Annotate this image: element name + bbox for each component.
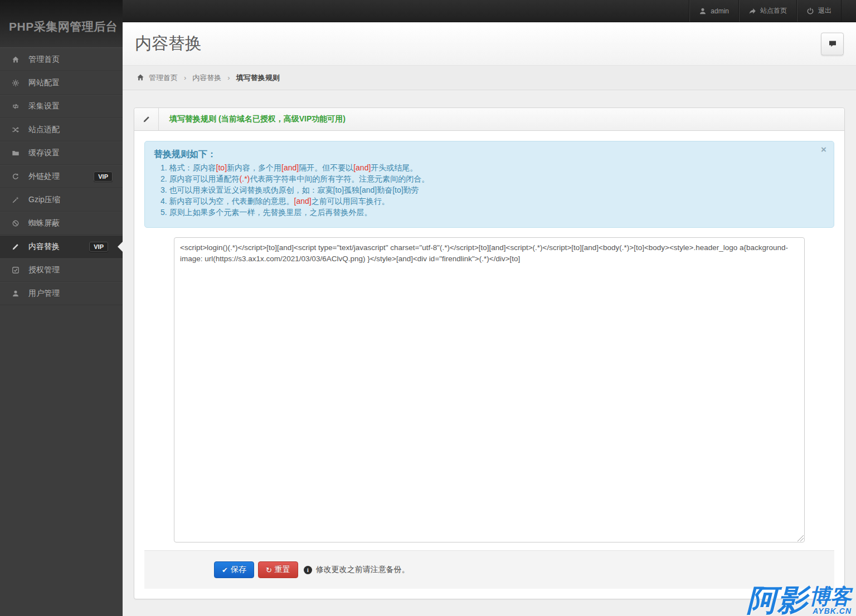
rule-form: <script>login()(.*)</script>[to][and]<sc… (144, 237, 834, 542)
breadcrumb-separator: › (184, 74, 186, 82)
replace-rules-panel: 填写替换规则 (当前域名已授权，高级VIP功能可用) 替换规则如下： 1. 格式… (134, 107, 845, 599)
sidebar-item-label: 内容替换 (28, 242, 60, 252)
save-button-label: 保存 (231, 565, 246, 575)
vip-badge: VIP (94, 172, 113, 182)
share-icon (748, 7, 756, 15)
alert-title: 替换规则如下： (154, 149, 815, 160)
panel-body: 替换规则如下： 1. 格式：原内容[to]新内容，多个用[and]隔开。但不要以… (134, 131, 844, 599)
breadcrumb: 管理首页›内容替换›填写替换规则 (123, 65, 856, 90)
breadcrumb-separator: › (227, 74, 230, 82)
power-icon (806, 7, 814, 15)
gear-icon (12, 79, 22, 87)
refresh-icon (12, 173, 22, 180)
textarea-wrap: <script>login()(.*)</script>[to][and]<sc… (174, 237, 805, 542)
topbar-logout[interactable]: 退出 (796, 0, 842, 22)
comment-button[interactable] (821, 32, 844, 55)
site-watermark: 阿影 博客 AYBK.CN (747, 584, 852, 616)
active-arrow-icon (113, 242, 123, 252)
sidebar-item-label: 外链处理 (28, 172, 60, 182)
panel-icon-cell (134, 108, 159, 130)
watermark-text: 阿影 (747, 584, 808, 616)
check-square-icon (12, 266, 22, 274)
main-area: 内容替换 管理首页›内容替换›填写替换规则 填写替换规则 (当前域名已授权，高级… (123, 22, 856, 616)
sidebar-item-admin-home[interactable]: 管理首页 (0, 48, 123, 71)
vip-badge: VIP (89, 242, 108, 252)
topbar-site-home[interactable]: 站点首页 (738, 0, 796, 22)
sidebar-item-label: 蜘蛛屏蔽 (28, 218, 60, 228)
save-button[interactable]: ✔ 保存 (214, 561, 254, 578)
collect-icon (12, 102, 22, 110)
watermark-text-2: 博客 (809, 586, 852, 607)
folder-icon (12, 149, 22, 157)
sidebar-item-auth-manage[interactable]: 授权管理 (0, 258, 123, 282)
crumb-fill-rules: 填写替换规则 (236, 73, 280, 83)
check-icon: ✔ (222, 566, 228, 574)
brand-title: PHP采集网管理后台 (9, 19, 118, 35)
ban-icon (12, 219, 22, 227)
sidebar-item-label: 站点适配 (28, 125, 60, 135)
sidebar-item-site-adapt[interactable]: 站点适配 (0, 118, 123, 141)
shuffle-icon (12, 126, 22, 134)
reset-button-label: 重置 (275, 565, 290, 575)
alert-rule: 3. 也可以用来设置近义词替换或伪原创，如：寂寞[to]孤独[and]勤奋[to… (154, 184, 815, 195)
sidebar-item-user-manage[interactable]: 用户管理 (0, 282, 123, 305)
sidebar-item-external-links[interactable]: 外链处理VIP (0, 165, 123, 188)
form-actions: ✔ 保存 ↻ 重置 i 修改更改之前请注意备份。 (144, 550, 834, 589)
user-icon (12, 290, 22, 297)
sidebar-menu: 管理首页网站配置采集设置站点适配缓存设置外链处理VIPGzip压缩蜘蛛屏蔽内容替… (0, 47, 123, 305)
sidebar-item-content-replace[interactable]: 内容替换VIP (0, 235, 123, 258)
sidebar-item-collect-settings[interactable]: 采集设置 (0, 95, 123, 118)
rules-info-alert: 替换规则如下： 1. 格式：原内容[to]新内容，多个用[and]隔开。但不要以… (144, 141, 834, 228)
backup-note-text: 修改更改之前请注意备份。 (316, 565, 410, 575)
sidebar-item-label: 采集设置 (28, 101, 60, 111)
sidebar-item-cache-settings[interactable]: 缓存设置 (0, 141, 123, 165)
home-icon (137, 74, 144, 81)
rules-textarea[interactable]: <script>login()(.*)</script>[to][and]<sc… (174, 237, 805, 542)
refresh-icon: ↻ (266, 566, 272, 574)
info-icon: i (304, 566, 312, 574)
sidebar-item-spider-block[interactable]: 蜘蛛屏蔽 (0, 212, 123, 235)
crumb-content-replace[interactable]: 内容替换 (192, 73, 221, 83)
wand-icon (12, 196, 22, 204)
reset-button[interactable]: ↻ 重置 (258, 561, 298, 578)
close-icon[interactable]: × (821, 145, 826, 154)
pencil-icon (143, 115, 150, 123)
brand: PHP采集网管理后台 (0, 0, 123, 47)
topbar: admin站点首页退出 (123, 0, 856, 22)
topbar-user[interactable]: admin (689, 0, 738, 22)
topbar-actions: admin站点首页退出 (689, 0, 842, 22)
sidebar-item-label: 用户管理 (28, 289, 60, 299)
home-icon (12, 56, 22, 63)
content: 填写替换规则 (当前域名已授权，高级VIP功能可用) 替换规则如下： 1. 格式… (123, 90, 856, 599)
crumb-admin-home[interactable]: 管理首页 (137, 73, 178, 83)
alert-rules-list: 1. 格式：原内容[to]新内容，多个用[and]隔开。但不要以[and]开头或… (154, 162, 815, 218)
sidebar-item-site-config[interactable]: 网站配置 (0, 71, 123, 95)
alert-rule: 5. 原则上如果多个元素一样，先替换里层，之后再替换外层。 (154, 207, 815, 218)
panel-title: 填写替换规则 (159, 114, 216, 124)
sidebar-item-gzip[interactable]: Gzip压缩 (0, 188, 123, 212)
comment-icon (828, 40, 837, 48)
page-title: 内容替换 (135, 32, 202, 55)
sidebar: PHP采集网管理后台 管理首页网站配置采集设置站点适配缓存设置外链处理VIPGz… (0, 0, 123, 616)
alert-rule: 1. 格式：原内容[to]新内容，多个用[and]隔开。但不要以[and]开头或… (154, 162, 815, 173)
alert-rule: 2. 原内容可以用通配符(.*)代表两字符串中间的所有字符。注意元素间的闭合。 (154, 173, 815, 184)
user-icon (699, 7, 707, 15)
sidebar-item-label: 网站配置 (28, 78, 60, 88)
sidebar-item-label: 缓存设置 (28, 148, 60, 158)
watermark-domain: AYBK.CN (813, 607, 852, 615)
sidebar-item-label: 管理首页 (28, 55, 60, 65)
page-header: 内容替换 (123, 22, 856, 65)
pencil-icon (12, 243, 22, 251)
panel-subtitle: (当前域名已授权，高级VIP功能可用) (218, 114, 346, 124)
sidebar-item-label: 授权管理 (28, 265, 60, 275)
backup-note: i 修改更改之前请注意备份。 (304, 565, 410, 575)
alert-rule: 4. 新内容可以为空，代表删除的意思。[and]之前可以用回车换行。 (154, 195, 815, 207)
panel-header: 填写替换规则 (当前域名已授权，高级VIP功能可用) (134, 108, 844, 131)
sidebar-item-label: Gzip压缩 (28, 195, 60, 205)
